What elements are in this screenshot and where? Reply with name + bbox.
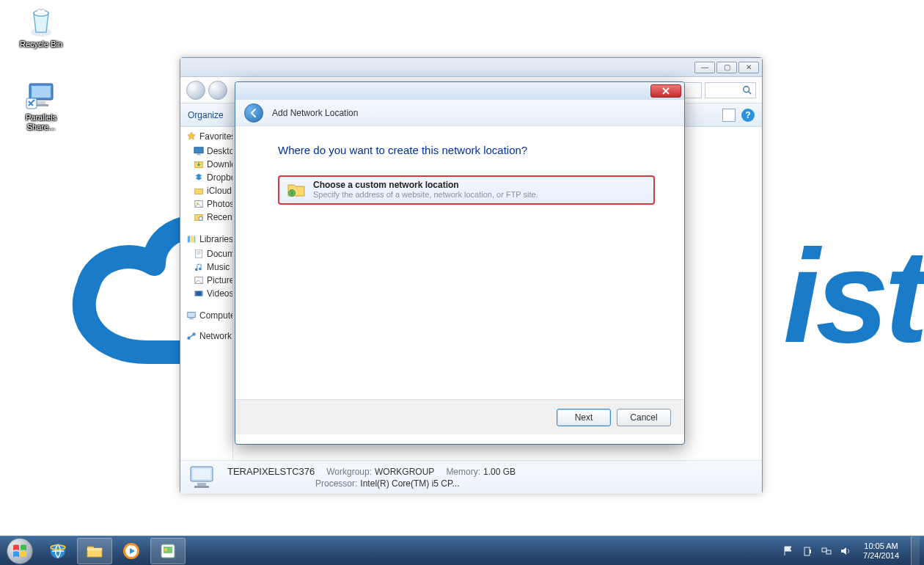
option-title: Choose a custom network location <box>313 180 538 190</box>
svg-rect-34 <box>197 483 206 486</box>
sidebar-item-dropbox[interactable]: Dropbox <box>186 171 232 184</box>
sidebar-item-label: iCloud <box>207 186 232 196</box>
help-icon[interactable]: ? <box>741 109 755 122</box>
search-icon <box>742 85 752 95</box>
network-tray-icon[interactable] <box>821 545 832 557</box>
sidebar-item-videos[interactable]: Videos <box>186 287 232 300</box>
svg-rect-45 <box>804 547 810 555</box>
flag-icon[interactable] <box>782 545 794 557</box>
taskbar-time: 10:05 AM <box>863 542 899 551</box>
sidebar-item-photos[interactable]: Photos <box>186 197 232 211</box>
svg-rect-47 <box>822 548 826 552</box>
folder-icon <box>85 542 104 561</box>
music-icon <box>194 262 204 272</box>
svg-rect-28 <box>189 318 193 320</box>
videos-icon <box>194 288 204 299</box>
wizard-close-button[interactable] <box>650 84 681 98</box>
computer-icon <box>186 310 197 321</box>
taskbar-media-player-button[interactable] <box>114 538 149 564</box>
sidebar-libraries-label: Libraries <box>199 234 233 244</box>
media-player-icon <box>122 542 141 561</box>
svg-rect-10 <box>197 154 200 156</box>
downloads-icon <box>194 159 204 170</box>
sidebar-computer[interactable]: Computer <box>186 310 232 321</box>
volume-icon[interactable] <box>840 545 851 557</box>
taskbar: 10:05 AM 7/24/2014 <box>0 536 924 565</box>
taskbar-clock[interactable]: 10:05 AM 7/24/2014 <box>859 542 903 561</box>
add-network-location-wizard: Add Network Location Where do you want t… <box>235 81 685 445</box>
sidebar-item-label: Downloads <box>207 159 233 170</box>
computer-icon <box>188 464 217 491</box>
minimize-button[interactable]: — <box>694 62 715 73</box>
organize-menu[interactable]: Organize <box>188 110 224 120</box>
taskbar-date: 7/24/2014 <box>863 551 899 561</box>
svg-rect-27 <box>188 313 196 318</box>
cancel-button[interactable]: Cancel <box>617 409 671 426</box>
svg-rect-17 <box>188 236 191 243</box>
svg-rect-18 <box>191 236 194 243</box>
nav-back-button[interactable] <box>186 81 205 100</box>
svg-rect-25 <box>195 291 197 296</box>
workgroup-label: Workgroup: <box>326 467 372 477</box>
star-icon <box>186 131 197 142</box>
network-folder-icon <box>287 181 306 198</box>
svg-rect-39 <box>87 548 102 550</box>
sidebar-item-downloads[interactable]: Downloads <box>186 158 232 171</box>
svg-rect-3 <box>32 86 51 98</box>
preview-pane-icon[interactable] <box>722 109 736 122</box>
svg-rect-48 <box>826 550 831 554</box>
start-button[interactable] <box>0 536 40 566</box>
sidebar-favorites[interactable]: Favorites <box>186 131 232 142</box>
app-icon <box>158 542 177 561</box>
sidebar-network[interactable]: Network <box>186 331 232 341</box>
sidebar-item-label: Music <box>207 262 230 272</box>
close-window-button[interactable]: ✕ <box>738 62 759 73</box>
svg-rect-35 <box>194 486 209 488</box>
taskbar-app-button[interactable] <box>150 538 186 564</box>
sidebar-network-label: Network <box>199 331 232 341</box>
svg-rect-19 <box>194 236 196 243</box>
sidebar-favorites-label: Favorites <box>199 131 233 142</box>
sidebar-item-music[interactable]: Music <box>186 260 232 274</box>
pictures-icon <box>194 275 204 285</box>
explorer-search-box[interactable] <box>705 82 756 98</box>
taskbar-ie-button[interactable] <box>40 538 76 564</box>
sidebar-item-desktop[interactable]: Desktop <box>186 145 232 158</box>
sidebar-item-label: Dropbox <box>207 172 233 183</box>
memory-label: Memory: <box>446 467 480 477</box>
workgroup-value: WORKGROUP <box>375 467 434 477</box>
sidebar-libraries[interactable]: Libraries <box>186 234 232 244</box>
sidebar-item-icloud[interactable]: iCloud <box>186 184 232 197</box>
svg-rect-9 <box>194 147 203 153</box>
custom-network-location-option[interactable]: Choose a custom network location Specify… <box>278 175 655 205</box>
wizard-back-button[interactable] <box>244 103 263 123</box>
option-subtitle: Specify the address of a website, networ… <box>313 190 538 199</box>
recycle-bin-icon[interactable]: Recycle Bin <box>13 3 69 49</box>
wizard-heading: Where do you want to create this network… <box>278 144 655 156</box>
svg-point-7 <box>744 86 749 92</box>
memory-value: 1.00 GB <box>483 467 516 477</box>
taskbar-explorer-button[interactable] <box>77 538 112 564</box>
maximize-button[interactable]: ▢ <box>716 62 737 73</box>
sidebar-item-recent[interactable]: Recent Places <box>186 211 232 224</box>
svg-line-8 <box>749 91 752 94</box>
wallpaper-text: ist <box>783 220 924 372</box>
recent-icon <box>194 212 204 222</box>
sidebar-item-documents[interactable]: Documents <box>186 247 232 260</box>
show-desktop-button[interactable] <box>911 536 920 566</box>
sidebar-item-label: Recent Places <box>207 212 233 222</box>
next-button[interactable]: Next <box>557 409 611 426</box>
nav-forward-button[interactable] <box>208 81 227 100</box>
arrow-left-icon <box>249 108 259 118</box>
power-icon[interactable] <box>802 545 813 557</box>
svg-point-16 <box>199 216 202 220</box>
sidebar-item-pictures[interactable]: Pictures <box>186 274 232 287</box>
svg-rect-26 <box>202 291 203 296</box>
parallels-share-label: Parallels Share... <box>13 113 69 132</box>
explorer-sidebar: Favorites Desktop Downloads Dropbox iClo… <box>180 127 233 460</box>
ie-icon <box>48 542 67 561</box>
sidebar-item-label: Pictures <box>207 275 233 285</box>
sidebar-item-label: Videos <box>207 288 233 299</box>
folder-icon <box>194 186 204 196</box>
parallels-share-icon[interactable]: Parallels Share... <box>13 76 69 132</box>
